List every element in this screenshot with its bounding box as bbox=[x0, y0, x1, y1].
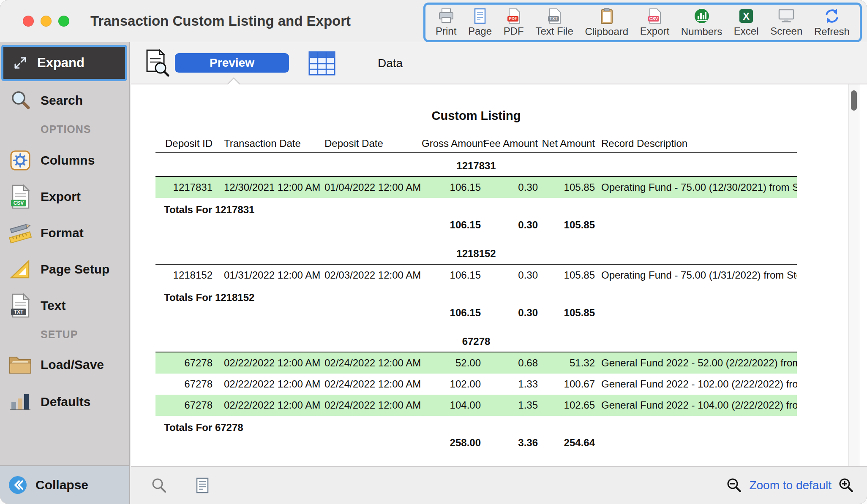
expand-button[interactable]: Expand bbox=[1, 45, 127, 81]
total-net: 105.85 bbox=[538, 307, 595, 319]
tabbar: Preview Data bbox=[131, 42, 867, 84]
statusbar: Zoom to default bbox=[131, 466, 867, 504]
zoom-out-icon[interactable] bbox=[726, 477, 742, 493]
pdf-icon: PDF bbox=[506, 8, 521, 24]
data-grid-icon bbox=[308, 51, 335, 76]
zoom-in-icon[interactable] bbox=[838, 477, 854, 493]
svg-text:TXT: TXT bbox=[550, 16, 558, 21]
numbers-button[interactable]: Numbers bbox=[681, 8, 722, 38]
cell-gross-amount: 52.00 bbox=[422, 357, 481, 369]
cell-net-amount: 100.67 bbox=[538, 378, 595, 390]
column-header: Deposit ID bbox=[155, 138, 219, 149]
cell-net-amount: 105.85 bbox=[538, 269, 595, 281]
folder-icon bbox=[6, 354, 35, 376]
cell-gross-amount: 106.15 bbox=[422, 269, 481, 281]
sidebar-item-load-save[interactable]: Load/Save bbox=[0, 349, 129, 381]
vertical-scrollbar[interactable] bbox=[848, 84, 859, 466]
cell-gross-amount: 104.00 bbox=[422, 399, 481, 411]
total-net: 254.64 bbox=[538, 437, 595, 449]
cell-deposit-date: 02/24/2022 12:00 AM bbox=[320, 357, 422, 369]
cell-net-amount: 105.85 bbox=[538, 182, 595, 193]
export-button[interactable]: CSV Export bbox=[640, 8, 669, 37]
table-row: 67278 02/22/2022 12:00 AM 02/24/2022 12:… bbox=[155, 395, 797, 416]
cell-transaction-date: 12/30/2021 12:00 AM bbox=[219, 182, 320, 193]
cell-fee-amount: 1.35 bbox=[481, 399, 538, 411]
group-header: 67278 bbox=[155, 331, 797, 352]
cell-fee-amount: 1.33 bbox=[481, 378, 538, 390]
zoom-to-default-link[interactable]: Zoom to default bbox=[749, 479, 832, 492]
search-preview-button[interactable] bbox=[150, 477, 167, 494]
cell-gross-amount: 106.15 bbox=[422, 182, 481, 193]
svg-text:X: X bbox=[743, 11, 750, 22]
pdf-button[interactable]: PDF PDF bbox=[504, 8, 524, 37]
column-header: Record Description bbox=[595, 138, 797, 149]
column-header: Deposit Date bbox=[320, 138, 422, 149]
totals-label: Totals For 67278 bbox=[155, 418, 797, 434]
expand-icon bbox=[12, 54, 29, 71]
options-heading: OPTIONS bbox=[41, 123, 91, 135]
totals-row: 106.15 0.30 105.85 bbox=[155, 217, 797, 233]
report-table: Custom Listing Deposit ID Transaction Da… bbox=[155, 109, 797, 451]
report-preview: Custom Listing Deposit ID Transaction Da… bbox=[131, 84, 867, 466]
collapse-button[interactable]: Collapse bbox=[0, 465, 129, 504]
cell-deposit-date: 02/24/2022 12:00 AM bbox=[320, 378, 422, 390]
text-file-button[interactable]: TXT Text File bbox=[535, 8, 573, 37]
sidebar-item-label: Defaults bbox=[41, 395, 90, 409]
clipboard-button[interactable]: Clipboard bbox=[585, 8, 628, 38]
tab-data-label: Data bbox=[378, 57, 403, 70]
print-button[interactable]: Print bbox=[436, 8, 456, 37]
csv-document-icon: CSV bbox=[6, 184, 35, 209]
search-icon bbox=[6, 89, 35, 112]
cell-deposit-id: 1217831 bbox=[155, 182, 219, 193]
refresh-button[interactable]: Refresh bbox=[814, 8, 850, 38]
collapse-chevrons-icon bbox=[8, 475, 28, 495]
cell-net-amount: 51.32 bbox=[538, 357, 595, 369]
numbers-icon bbox=[693, 8, 710, 24]
cell-fee-amount: 0.68 bbox=[481, 357, 538, 369]
screen-button[interactable]: Screen bbox=[770, 8, 802, 37]
window-title: Transaction Custom Listing and Export bbox=[90, 13, 351, 29]
setup-heading: SETUP bbox=[41, 328, 78, 341]
text-view-button[interactable] bbox=[195, 477, 210, 494]
cell-transaction-date: 02/22/2022 12:00 AM bbox=[219, 399, 320, 411]
sidebar-item-search[interactable]: Search bbox=[0, 87, 129, 114]
sidebar-item-export[interactable]: CSV Export bbox=[0, 182, 129, 212]
main-area: Preview Data Custom Listing Deposit ID T… bbox=[131, 42, 867, 504]
scrollbar-thumb[interactable] bbox=[851, 90, 857, 111]
cell-fee-amount: 0.30 bbox=[481, 182, 538, 193]
sidebar-item-columns[interactable]: Columns bbox=[0, 145, 129, 176]
zoom-window-button[interactable] bbox=[58, 16, 69, 27]
total-net: 105.85 bbox=[538, 219, 595, 231]
sidebar-item-text[interactable]: TXT Text bbox=[0, 290, 129, 321]
sidebar-item-format[interactable]: Format bbox=[0, 218, 129, 248]
expand-label: Expand bbox=[37, 55, 85, 70]
sidebar-item-page-setup[interactable]: Page Setup bbox=[0, 254, 129, 285]
titlebar: Transaction Custom Listing and Export Pr… bbox=[0, 0, 867, 42]
totals-row: 106.15 0.30 105.85 bbox=[155, 304, 797, 321]
preview-document-icon bbox=[144, 49, 170, 77]
divider bbox=[155, 152, 797, 153]
cell-fee-amount: 0.30 bbox=[481, 269, 538, 281]
excel-button[interactable]: X Excel bbox=[734, 8, 759, 37]
columns-gear-icon bbox=[6, 149, 35, 172]
cell-gross-amount: 102.00 bbox=[422, 378, 481, 390]
cell-transaction-date: 02/22/2022 12:00 AM bbox=[219, 378, 320, 390]
cell-net-amount: 102.65 bbox=[538, 399, 595, 411]
table-header-row: Deposit ID Transaction Date Deposit Date… bbox=[155, 135, 797, 152]
table-row: 67278 02/22/2022 12:00 AM 02/24/2022 12:… bbox=[155, 352, 797, 374]
report-group: 1217831 1217831 12/30/2021 12:00 AM 01/0… bbox=[155, 156, 797, 233]
minimize-button[interactable] bbox=[41, 16, 52, 27]
table-row: 1217831 12/30/2021 12:00 AM 01/04/2022 1… bbox=[155, 177, 797, 198]
tab-data[interactable]: Data bbox=[308, 42, 403, 84]
cell-description: Operating Fund - 75.00 (12/30/2021) from… bbox=[595, 182, 797, 193]
tab-preview[interactable]: Preview bbox=[175, 53, 289, 73]
printer-icon bbox=[438, 8, 455, 24]
cell-deposit-date: 02/03/2022 12:00 AM bbox=[320, 269, 422, 281]
close-button[interactable] bbox=[23, 16, 34, 27]
pencil-ruler-icon bbox=[6, 221, 35, 245]
traffic-lights bbox=[23, 16, 69, 27]
cell-deposit-date: 01/04/2022 12:00 AM bbox=[320, 182, 422, 193]
page-button[interactable]: Page bbox=[468, 8, 492, 37]
sidebar-item-defaults[interactable]: Defaults bbox=[0, 387, 129, 417]
sidebar-item-label: Text bbox=[41, 298, 65, 313]
